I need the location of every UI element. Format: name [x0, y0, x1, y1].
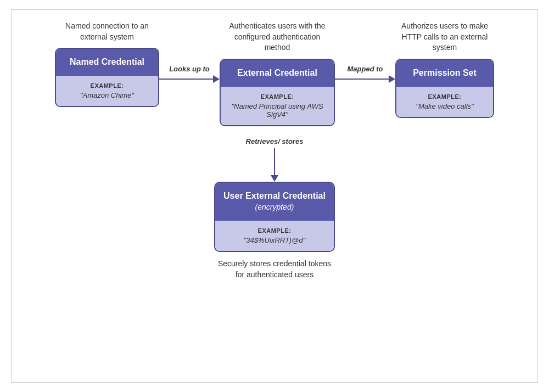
named-credential-box: Named Credential EXAMPLE: "Amazon Chime"	[55, 48, 159, 107]
user-external-credential-header: User External Credential (encrypted)	[215, 183, 334, 221]
permission-set-body: EXAMPLE: "Make video calls"	[396, 87, 493, 117]
retrieves-stores-label: Retrieves/ stores	[246, 137, 304, 145]
named-credential-example-label: EXAMPLE:	[61, 82, 153, 89]
external-credential-top-label: Authenticates users with the configured …	[225, 21, 329, 53]
permission-set-top-label: Authorizes users to make HTTP calls to a…	[393, 21, 497, 53]
retrieves-stores-arrow: Retrieves/ stores	[246, 137, 304, 182]
permission-set-example-value: "Make video calls"	[402, 102, 488, 110]
external-credential-example-label: EXAMPLE:	[226, 93, 328, 100]
named-credential-body: EXAMPLE: "Amazon Chime"	[56, 76, 158, 106]
mapped-to-label: Mapped to	[348, 65, 383, 73]
bottom-description: Securely stores credential tokens for au…	[214, 259, 335, 280]
named-credential-example-value: "Amazon Chime"	[61, 91, 153, 99]
external-credential-header: External Credential	[221, 60, 334, 87]
named-credential-top-label: Named connection to an external system	[55, 21, 159, 42]
external-credential-example-value: "Named Principal using AWS SigV4"	[226, 102, 328, 119]
user-external-credential-example-value: "34$%UixRRT)@d"	[221, 236, 328, 244]
permission-set-header: Permission Set	[396, 60, 493, 87]
external-credential-box: External Credential EXAMPLE: "Named Prin…	[220, 59, 335, 126]
user-external-credential-box: User External Credential (encrypted) EXA…	[214, 182, 335, 253]
mapped-to-arrow: Mapped to	[335, 65, 395, 83]
bottom-section: Retrieves/ stores User External Credenti…	[214, 137, 335, 281]
looks-up-to-label: Looks up to	[169, 65, 210, 73]
user-external-credential-example-label: EXAMPLE:	[221, 227, 328, 234]
looks-up-to-arrow: Looks up to	[159, 65, 220, 83]
permission-set-box: Permission Set EXAMPLE: "Make video call…	[395, 59, 494, 118]
named-credential-header: Named Credential	[56, 49, 158, 76]
permission-set-example-label: EXAMPLE:	[402, 93, 488, 100]
diagram-container: Named connection to an external system N…	[11, 9, 538, 383]
user-external-credential-title: User External Credential	[223, 191, 326, 200]
external-credential-body: EXAMPLE: "Named Principal using AWS SigV…	[221, 87, 334, 125]
user-external-credential-body: EXAMPLE: "34$%UixRRT)@d"	[215, 221, 334, 251]
user-external-credential-encrypted: (encrypted)	[255, 203, 294, 211]
